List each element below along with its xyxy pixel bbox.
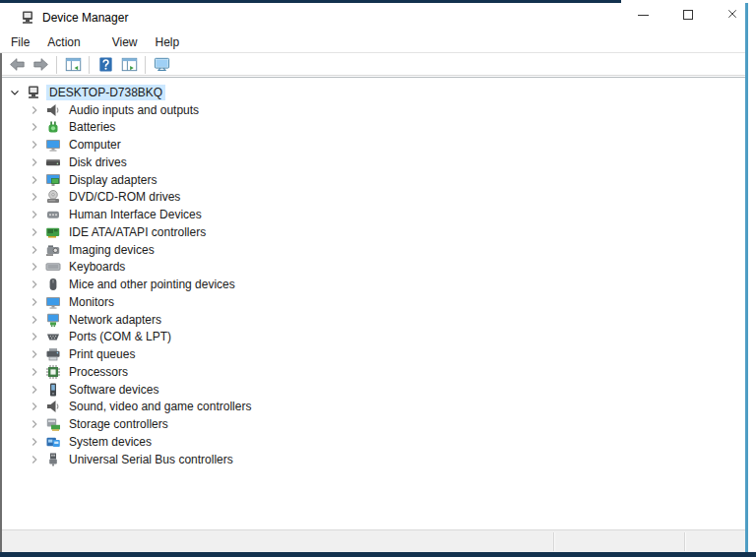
battery-icon: [45, 119, 61, 135]
menu-bar: FileActionViewHelp: [0, 32, 745, 53]
controller-card-icon: [45, 224, 61, 240]
chevron-collapsed-icon[interactable]: [28, 155, 41, 169]
tree-item-label: Monitors: [66, 294, 117, 310]
tree-item[interactable]: Ports (COM & LPT): [2, 329, 745, 346]
tree-item[interactable]: Universal Serial Bus controllers: [2, 451, 745, 468]
chevron-collapsed-icon[interactable]: [28, 208, 41, 221]
help-icon: [97, 56, 114, 73]
toolbar-separator: [56, 56, 57, 74]
chevron-collapsed-icon[interactable]: [28, 278, 41, 291]
tree-item[interactable]: Batteries: [2, 119, 745, 137]
maximize-icon: [683, 10, 693, 20]
minimize-button[interactable]: [621, 0, 665, 30]
tree-item[interactable]: Software devices: [2, 381, 745, 399]
forward-arrow-icon: [32, 56, 49, 73]
forward-arrow-button[interactable]: [29, 54, 52, 76]
chevron-collapsed-icon[interactable]: [28, 453, 41, 466]
tree-item[interactable]: Storage controllers: [2, 415, 745, 433]
chevron-collapsed-icon[interactable]: [28, 243, 41, 257]
tree-item[interactable]: Sound, video and game controllers: [2, 399, 745, 416]
chevron-collapsed-icon[interactable]: [28, 260, 41, 274]
speaker-icon: [45, 399, 61, 414]
device-tree: DESKTOP-D738BKQAudio inputs and outputsB…: [2, 77, 745, 529]
properties-window-icon: [121, 56, 138, 73]
tree-item[interactable]: Processors: [2, 363, 745, 381]
tree-item-label: Batteries: [66, 119, 118, 135]
tree-item[interactable]: Monitors: [2, 293, 745, 311]
chevron-collapsed-icon[interactable]: [28, 400, 41, 413]
chevron-collapsed-icon[interactable]: [28, 435, 41, 449]
software-device-icon: [45, 382, 61, 398]
processor-icon: [45, 364, 61, 380]
system-board-icon: [45, 434, 61, 450]
tree-item[interactable]: Computer: [2, 136, 745, 154]
chevron-collapsed-icon[interactable]: [28, 138, 41, 152]
back-arrow-icon: [9, 56, 26, 73]
network-adapter-icon: [45, 312, 61, 328]
chevron-collapsed-icon[interactable]: [28, 173, 41, 187]
tree-item[interactable]: Mice and other pointing devices: [2, 276, 745, 293]
status-separator: [553, 532, 555, 551]
tree-item-label: IDE ATA/ATAPI controllers: [66, 224, 209, 240]
chevron-collapsed-icon[interactable]: [28, 383, 41, 397]
toolbar-separator: [89, 56, 90, 74]
chevron-collapsed-icon[interactable]: [28, 295, 41, 309]
tree-item[interactable]: Imaging devices: [2, 241, 745, 259]
console-tree-window-button[interactable]: [61, 54, 85, 76]
tree-item[interactable]: Display adapters: [2, 171, 745, 189]
bottom-frame-strip: [0, 552, 756, 557]
hard-drive-icon: [45, 155, 61, 170]
properties-window-button[interactable]: [117, 54, 141, 76]
imaging-device-icon: [45, 242, 61, 258]
menu-help[interactable]: Help: [147, 33, 189, 51]
menu-file[interactable]: File: [2, 33, 38, 51]
chevron-collapsed-icon[interactable]: [28, 330, 41, 343]
menu-action[interactable]: Action: [38, 33, 89, 51]
hid-device-icon: [45, 207, 61, 222]
keyboard-icon: [45, 259, 61, 275]
maximize-button[interactable]: [665, 0, 710, 30]
chevron-collapsed-icon[interactable]: [28, 225, 41, 239]
device-manager-window: Device Manager FileActionViewHelp DESKTO…: [0, 0, 756, 557]
tree-item-label: DESKTOP-D738BKQ: [46, 85, 165, 100]
tree-item-label: Disk drives: [66, 155, 130, 170]
menu-view[interactable]: View: [103, 33, 147, 51]
minimize-icon: [638, 15, 649, 16]
tree-item[interactable]: Keyboards: [2, 259, 745, 277]
chevron-collapsed-icon[interactable]: [28, 190, 41, 204]
tree-item-label: Universal Serial Bus controllers: [66, 452, 236, 467]
tree-item[interactable]: Audio inputs and outputs: [2, 101, 745, 119]
console-tree-window-icon: [65, 56, 82, 73]
status-bar: [2, 529, 745, 552]
help-button[interactable]: [94, 54, 117, 76]
chevron-collapsed-icon[interactable]: [28, 120, 41, 134]
tree-item-label: Network adapters: [66, 312, 164, 328]
device-manager-icon: [20, 10, 35, 26]
tree-item[interactable]: IDE ATA/ATAPI controllers: [2, 223, 745, 241]
display-adapter-icon: [45, 172, 61, 188]
tree-item[interactable]: Human Interface Devices: [2, 206, 745, 223]
tree-item-label: Computer: [66, 137, 124, 153]
window-controls: [621, 0, 754, 30]
tree-item-label: Imaging devices: [66, 242, 158, 258]
tree-root-item[interactable]: DESKTOP-D738BKQ: [2, 84, 745, 101]
chevron-collapsed-icon[interactable]: [28, 313, 41, 327]
chevron-collapsed-icon[interactable]: [28, 347, 41, 361]
chevron-collapsed-icon[interactable]: [28, 417, 41, 431]
scan-hardware-monitor-button[interactable]: [150, 54, 173, 76]
tree-item-label: Mice and other pointing devices: [66, 277, 238, 292]
tree-item-label: Human Interface Devices: [66, 207, 205, 222]
tree-item[interactable]: DVD/CD-ROM drives: [2, 189, 745, 207]
back-arrow-button[interactable]: [5, 54, 29, 76]
tree-item-label: Audio inputs and outputs: [66, 102, 202, 118]
chevron-collapsed-icon[interactable]: [28, 103, 41, 117]
scan-hardware-monitor-icon: [154, 56, 170, 73]
serial-port-icon: [45, 329, 61, 344]
tree-item-label: Storage controllers: [66, 416, 171, 432]
tree-item[interactable]: Disk drives: [2, 154, 745, 171]
tree-item[interactable]: Print queues: [2, 345, 745, 363]
chevron-collapsed-icon[interactable]: [28, 365, 41, 379]
tree-item[interactable]: Network adapters: [2, 311, 745, 329]
chevron-expanded-icon[interactable]: [8, 86, 22, 99]
tree-item[interactable]: System devices: [2, 433, 745, 451]
